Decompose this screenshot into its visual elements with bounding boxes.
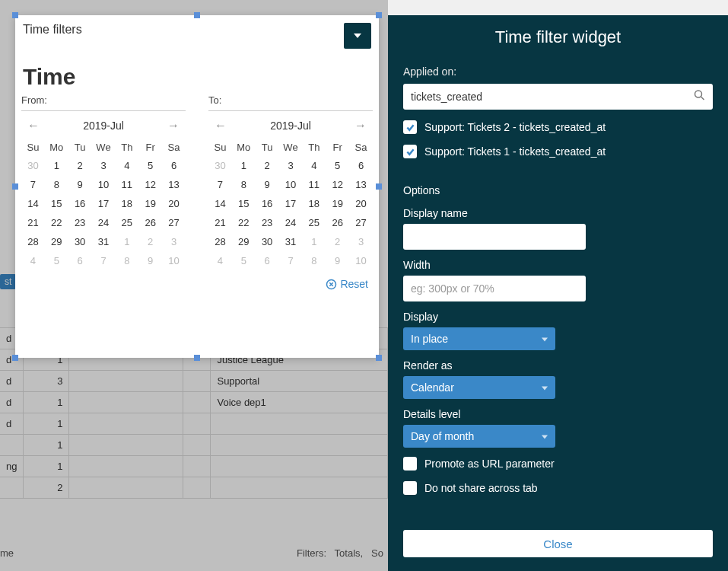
calendar-day-other-month[interactable]: 1	[115, 232, 138, 251]
calendar-day[interactable]: 19	[326, 194, 349, 213]
calendar-day[interactable]: 30	[68, 232, 92, 251]
calendar-day-other-month[interactable]: 10	[349, 251, 373, 270]
width-input[interactable]	[403, 276, 586, 301]
calendar-day-other-month[interactable]: 2	[138, 232, 162, 251]
promote-url-checkbox[interactable]	[403, 457, 417, 471]
calendar-day[interactable]: 4	[115, 156, 138, 175]
calendar-day[interactable]: 24	[279, 213, 303, 232]
next-month-button[interactable]: →	[166, 119, 181, 132]
calendar-day[interactable]: 19	[138, 194, 162, 213]
calendar-day[interactable]: 2	[256, 156, 279, 175]
applied-on-input[interactable]	[403, 84, 713, 110]
calendar-day[interactable]: 26	[138, 213, 162, 232]
calendar-day[interactable]: 6	[349, 156, 373, 175]
render-as-select[interactable]: Calendar	[403, 376, 555, 399]
prev-month-button[interactable]: ←	[26, 119, 41, 132]
calendar-day[interactable]: 20	[349, 194, 373, 213]
calendar-day[interactable]: 23	[68, 213, 92, 232]
calendar-day[interactable]: 29	[45, 232, 68, 251]
calendar-day-other-month[interactable]: 7	[279, 251, 303, 270]
calendar-day[interactable]: 8	[45, 175, 68, 194]
calendar-day[interactable]: 23	[256, 213, 279, 232]
calendar-day[interactable]: 4	[302, 156, 326, 175]
calendar-day[interactable]: 17	[92, 194, 116, 213]
calendar-day-other-month[interactable]: 8	[302, 251, 326, 270]
calendar-day[interactable]: 10	[92, 175, 116, 194]
dataset-checkbox[interactable]	[403, 145, 417, 158]
calendar-day[interactable]: 27	[162, 213, 186, 232]
calendar-day-other-month[interactable]: 7	[92, 251, 116, 270]
calendar-day-other-month[interactable]: 3	[349, 232, 373, 251]
resize-handle[interactable]	[376, 183, 382, 190]
calendar-day[interactable]: 15	[232, 194, 256, 213]
calendar-day-other-month[interactable]: 6	[68, 251, 92, 270]
calendar-day[interactable]: 2	[68, 156, 92, 175]
calendar-day[interactable]: 7	[21, 175, 45, 194]
calendar-day-other-month[interactable]: 9	[138, 251, 162, 270]
calendar-day[interactable]: 22	[45, 213, 68, 232]
calendar-day[interactable]: 5	[138, 156, 162, 175]
calendar-day[interactable]: 9	[68, 175, 92, 194]
calendar-day[interactable]: 7	[208, 175, 232, 194]
calendar-day[interactable]: 12	[326, 175, 349, 194]
popup-menu-button[interactable]	[344, 23, 371, 49]
calendar-day[interactable]: 16	[256, 194, 279, 213]
resize-handle[interactable]	[12, 183, 18, 190]
calendar-day[interactable]: 14	[21, 194, 45, 213]
calendar-day[interactable]: 30	[256, 232, 279, 251]
resize-handle[interactable]	[376, 12, 382, 18]
calendar-day[interactable]: 26	[326, 213, 349, 232]
reset-button[interactable]: Reset	[326, 278, 368, 290]
display-select[interactable]: In place	[403, 327, 555, 350]
resize-handle[interactable]	[12, 12, 18, 18]
do-not-share-checkbox[interactable]	[403, 481, 417, 495]
dataset-checkbox[interactable]	[403, 120, 417, 134]
calendar-day[interactable]: 16	[68, 194, 92, 213]
calendar-day[interactable]: 18	[302, 194, 326, 213]
calendar-day-other-month[interactable]: 6	[256, 251, 279, 270]
calendar-day-other-month[interactable]: 8	[115, 251, 138, 270]
calendar-day[interactable]: 20	[162, 194, 186, 213]
calendar-day[interactable]: 1	[45, 156, 68, 175]
calendar-day[interactable]: 17	[279, 194, 303, 213]
resize-handle[interactable]	[12, 355, 18, 361]
calendar-day[interactable]: 5	[326, 156, 349, 175]
next-month-button[interactable]: →	[353, 119, 368, 132]
calendar-day[interactable]: 1	[232, 156, 256, 175]
calendar-day[interactable]: 25	[115, 213, 138, 232]
calendar-day[interactable]: 28	[208, 232, 232, 251]
calendar-day[interactable]: 15	[45, 194, 68, 213]
calendar-day-other-month[interactable]: 5	[45, 251, 68, 270]
calendar-day[interactable]: 10	[279, 175, 303, 194]
calendar-day-other-month[interactable]: 30	[208, 156, 232, 175]
resize-handle[interactable]	[194, 12, 200, 18]
close-button[interactable]: Close	[403, 530, 713, 557]
calendar-day-other-month[interactable]: 1	[302, 232, 326, 251]
calendar-day[interactable]: 13	[349, 175, 373, 194]
calendar-day-other-month[interactable]: 9	[326, 251, 349, 270]
calendar-day-other-month[interactable]: 4	[21, 251, 45, 270]
calendar-day[interactable]: 21	[21, 213, 45, 232]
calendar-day[interactable]: 14	[208, 194, 232, 213]
calendar-day[interactable]: 25	[302, 213, 326, 232]
calendar-day[interactable]: 21	[208, 213, 232, 232]
calendar-day[interactable]: 3	[279, 156, 303, 175]
calendar-day[interactable]: 3	[92, 156, 116, 175]
calendar-day-other-month[interactable]: 3	[162, 232, 186, 251]
calendar-day-other-month[interactable]: 10	[162, 251, 186, 270]
calendar-day[interactable]: 28	[21, 232, 45, 251]
resize-handle[interactable]	[194, 355, 200, 361]
calendar-day-other-month[interactable]: 30	[21, 156, 45, 175]
calendar-day[interactable]: 9	[256, 175, 279, 194]
calendar-day[interactable]: 24	[92, 213, 116, 232]
calendar-day[interactable]: 29	[232, 232, 256, 251]
calendar-day-other-month[interactable]: 2	[326, 232, 349, 251]
calendar-day[interactable]: 22	[232, 213, 256, 232]
calendar-day[interactable]: 31	[279, 232, 303, 251]
resize-handle[interactable]	[376, 355, 382, 361]
calendar-day[interactable]: 27	[349, 213, 373, 232]
calendar-day-other-month[interactable]: 4	[208, 251, 232, 270]
details-level-select[interactable]: Day of month	[403, 425, 555, 448]
prev-month-button[interactable]: ←	[213, 119, 228, 132]
calendar-day[interactable]: 6	[162, 156, 186, 175]
